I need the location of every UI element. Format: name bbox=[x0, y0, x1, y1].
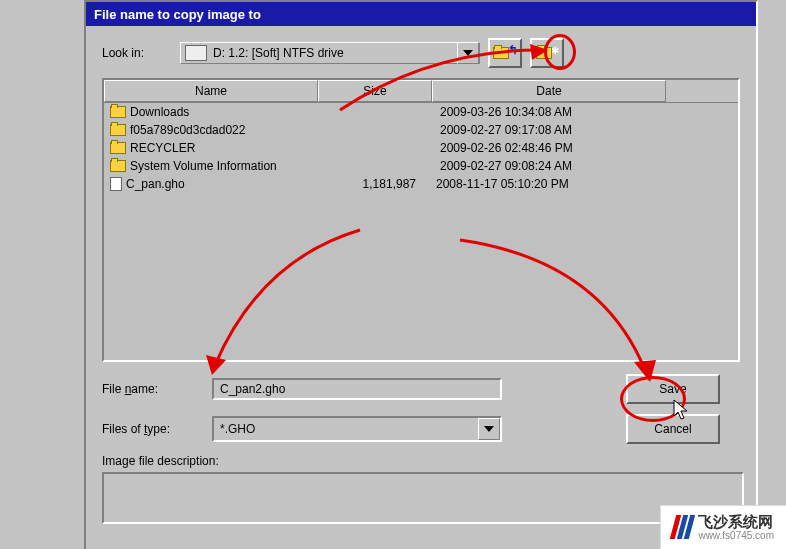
file-row[interactable]: Downloads2009-03-26 10:34:08 AM bbox=[104, 103, 738, 121]
file-row[interactable]: System Volume Information2009-02-27 09:0… bbox=[104, 157, 738, 175]
folder-icon bbox=[110, 106, 126, 118]
title-bar: File name to copy image to bbox=[86, 2, 756, 26]
lookin-label: Look in: bbox=[102, 46, 172, 60]
folder-icon bbox=[110, 142, 126, 154]
watermark: 飞沙系统网 www.fs0745.com bbox=[660, 505, 786, 550]
file-name: Downloads bbox=[130, 105, 320, 119]
folder-icon bbox=[110, 160, 126, 172]
description-textarea[interactable] bbox=[102, 472, 744, 524]
file-date: 2009-03-26 10:34:08 AM bbox=[440, 105, 640, 119]
up-folder-button[interactable]: ↰ bbox=[488, 38, 522, 68]
file-name: System Volume Information bbox=[130, 159, 320, 173]
file-name: f05a789c0d3cdad022 bbox=[130, 123, 320, 137]
filetype-label: Files of type: bbox=[102, 422, 202, 436]
file-name: RECYCLER bbox=[130, 141, 320, 155]
filename-input[interactable]: C_pan2.gho bbox=[212, 378, 502, 400]
new-folder-icon: ✱ bbox=[536, 47, 559, 59]
description-label: Image file description: bbox=[102, 454, 740, 468]
save-dialog: File name to copy image to Look in: D: 1… bbox=[84, 0, 758, 549]
save-button[interactable]: Save bbox=[626, 374, 720, 404]
chevron-down-icon bbox=[463, 50, 473, 56]
col-name-header[interactable]: Name bbox=[104, 80, 318, 102]
watermark-logo-icon bbox=[673, 515, 692, 539]
watermark-url: www.fs0745.com bbox=[698, 530, 774, 541]
cancel-button[interactable]: Cancel bbox=[626, 414, 720, 444]
filename-label: File name: bbox=[102, 382, 202, 396]
col-size-header[interactable]: Size bbox=[318, 80, 432, 102]
file-date: 2009-02-27 09:17:08 AM bbox=[440, 123, 640, 137]
drive-icon bbox=[185, 45, 207, 61]
file-date: 2009-02-26 02:48:46 PM bbox=[440, 141, 640, 155]
drive-select[interactable]: D: 1.2: [Soft] NTFS drive bbox=[180, 42, 480, 64]
file-row[interactable]: f05a789c0d3cdad0222009-02-27 09:17:08 AM bbox=[104, 121, 738, 139]
file-date: 2009-02-27 09:08:24 AM bbox=[440, 159, 640, 173]
file-list-header: Name Size Date bbox=[104, 80, 738, 103]
drive-dropdown-button[interactable] bbox=[457, 42, 479, 64]
file-icon bbox=[110, 177, 122, 191]
file-date: 2008-11-17 05:10:20 PM bbox=[436, 177, 636, 191]
new-folder-button[interactable]: ✱ bbox=[530, 38, 564, 68]
chevron-down-icon bbox=[484, 426, 494, 432]
file-list[interactable]: Name Size Date Downloads2009-03-26 10:34… bbox=[102, 78, 740, 362]
filetype-select[interactable]: *.GHO bbox=[212, 416, 502, 442]
file-row[interactable]: C_pan.gho1,181,9872008-11-17 05:10:20 PM bbox=[104, 175, 738, 193]
folder-icon bbox=[110, 124, 126, 136]
dialog-title: File name to copy image to bbox=[94, 7, 261, 22]
file-row[interactable]: RECYCLER2009-02-26 02:48:46 PM bbox=[104, 139, 738, 157]
col-date-header[interactable]: Date bbox=[432, 80, 666, 102]
watermark-title: 飞沙系统网 bbox=[698, 514, 774, 531]
file-size: 1,181,987 bbox=[316, 177, 436, 191]
drive-text: D: 1.2: [Soft] NTFS drive bbox=[211, 46, 457, 60]
file-name: C_pan.gho bbox=[126, 177, 316, 191]
folder-up-icon: ↰ bbox=[493, 47, 518, 59]
filetype-dropdown-button[interactable] bbox=[478, 418, 500, 440]
